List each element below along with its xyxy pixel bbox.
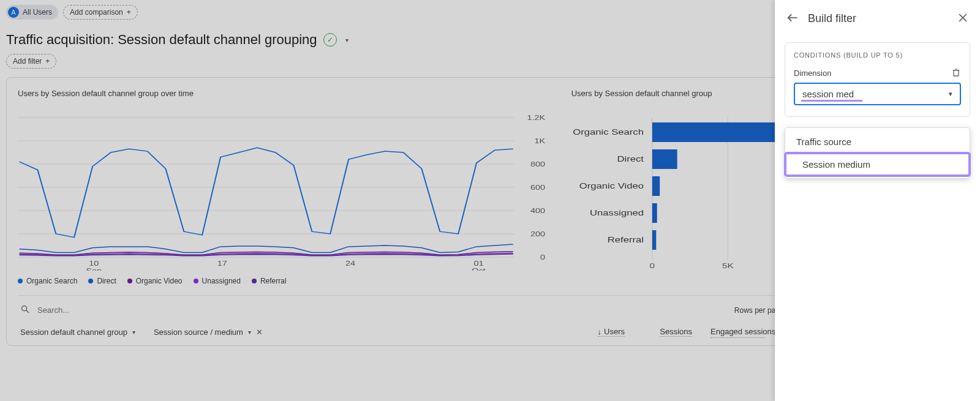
metric-header-sessions[interactable]: Sessions [643, 327, 692, 338]
svg-rect-39 [652, 176, 659, 196]
svg-text:Unassigned: Unassigned [590, 209, 644, 217]
metric-header-engaged-sessions[interactable]: Engaged sessions [710, 327, 766, 338]
svg-text:Organic Video: Organic Video [579, 182, 643, 190]
add-filter-label: Add filter [13, 57, 42, 66]
primary-dimension-select[interactable]: Session default channel group▾ [20, 328, 135, 337]
dimension-dropdown: Traffic source Session medium [785, 127, 970, 179]
add-comparison-button[interactable]: Add comparison + [63, 5, 138, 20]
back-arrow-icon[interactable] [786, 11, 799, 26]
svg-text:10: 10 [89, 260, 99, 268]
metric-header-users[interactable]: ↓Users [576, 327, 625, 338]
line-chart[interactable]: 1.2K 1K 800 600 400 200 0 10 Sep 17 24 0… [18, 105, 547, 271]
dropdown-item-session-medium[interactable]: Session medium [785, 153, 970, 176]
svg-text:800: 800 [530, 160, 545, 168]
delete-condition-icon[interactable] [951, 67, 961, 79]
close-icon[interactable] [957, 12, 969, 26]
page-title: Traffic acquisition: Session default cha… [6, 32, 317, 48]
svg-text:1K: 1K [534, 137, 545, 145]
plus-icon: + [127, 8, 131, 17]
svg-text:0: 0 [649, 262, 654, 269]
dropdown-group-traffic-source: Traffic source [785, 130, 970, 153]
svg-text:400: 400 [530, 207, 545, 215]
remove-secondary-dimension-icon[interactable]: ✕ [256, 328, 263, 337]
svg-point-50 [22, 306, 27, 311]
line-chart-title: Users by Session default channel group o… [18, 89, 547, 98]
svg-text:Organic Search: Organic Search [573, 128, 644, 136]
add-comparison-label: Add comparison [70, 8, 123, 17]
search-input[interactable] [37, 305, 160, 315]
secondary-dimension-select[interactable]: Session source / medium▾ ✕ [154, 328, 263, 337]
svg-text:Oct: Oct [472, 267, 486, 271]
line-chart-legend: Organic Search Direct Organic Video Unas… [18, 271, 547, 288]
build-filter-panel: Build filter Conditions (build up to 5) … [775, 0, 980, 401]
audience-pill-all-users[interactable]: A All Users [6, 5, 58, 20]
svg-text:01: 01 [473, 260, 483, 268]
svg-rect-43 [652, 230, 655, 250]
svg-text:5K: 5K [722, 262, 734, 269]
plus-icon: + [45, 57, 50, 66]
title-dropdown-caret[interactable]: ▾ [343, 34, 351, 46]
svg-text:600: 600 [530, 184, 545, 192]
check-icon[interactable]: ✓ [323, 33, 337, 47]
svg-rect-41 [652, 203, 657, 223]
add-filter-button[interactable]: Add filter + [6, 54, 56, 69]
svg-line-51 [26, 310, 29, 313]
panel-title: Build filter [808, 12, 948, 25]
dimension-label: Dimension [794, 69, 831, 78]
svg-text:200: 200 [530, 230, 545, 238]
dimension-combobox[interactable]: ▾ [794, 83, 961, 105]
highlight-underline [801, 100, 862, 102]
svg-rect-37 [652, 149, 677, 169]
svg-rect-55 [954, 70, 959, 76]
svg-text:0: 0 [540, 253, 545, 261]
audience-label: All Users [23, 8, 52, 17]
svg-text:24: 24 [345, 260, 355, 268]
chevron-down-icon: ▾ [949, 90, 952, 98]
svg-text:17: 17 [217, 260, 227, 268]
search-icon [20, 304, 30, 316]
svg-text:Referral: Referral [607, 236, 643, 244]
svg-text:Direct: Direct [617, 155, 643, 163]
dimension-input[interactable] [802, 89, 949, 99]
audience-badge: A [8, 7, 19, 18]
svg-text:Sep: Sep [86, 267, 102, 271]
svg-text:1.2K: 1.2K [527, 114, 545, 122]
conditions-label: Conditions (build up to 5) [794, 51, 961, 59]
